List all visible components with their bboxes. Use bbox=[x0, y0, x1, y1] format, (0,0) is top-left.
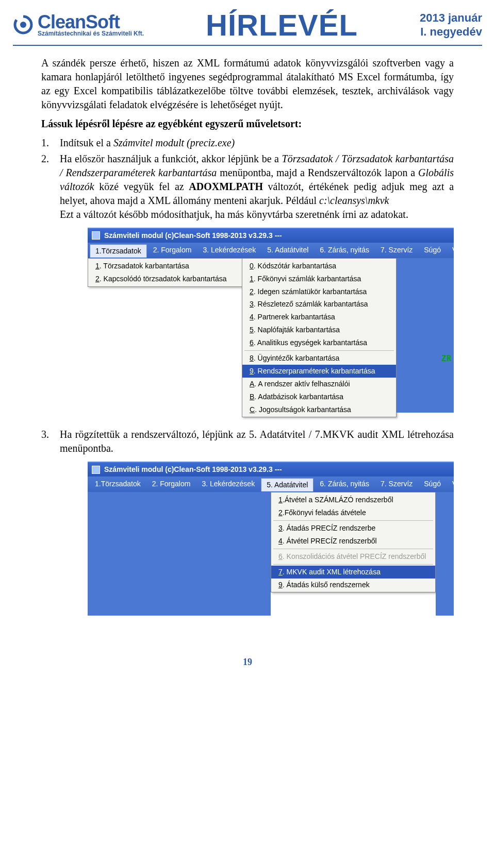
step-1-text: Indítsuk el a bbox=[60, 137, 113, 148]
step-2: 2. Ha először használjuk a funkciót, akk… bbox=[41, 152, 454, 222]
menu-item[interactable]: 7. Szervíz bbox=[375, 244, 418, 257]
dropdown-adatatvitel[interactable]: 1.Átvétel a SZÁMLÁZÓ rendszerből2.Főköny… bbox=[271, 492, 436, 592]
zr-label: ZR bbox=[441, 353, 452, 364]
app-body: ZR bbox=[397, 258, 454, 413]
step-2-num: 2. bbox=[41, 152, 54, 222]
issue-date: 2013 január I. negyedév bbox=[420, 11, 482, 39]
menu-item[interactable]: 8. Ügyintézők karbantartása bbox=[242, 352, 396, 365]
step-3-list: 3. Ha rögzítettük a rendszerváltozó, lép… bbox=[41, 428, 454, 455]
titlebar-1: Számviteli modul (c)Clean-Soft 1998-2013… bbox=[88, 228, 454, 243]
menu-item[interactable]: 1.Törzsadatok bbox=[90, 244, 147, 258]
menu-item[interactable]: B. Adatbázisok karbantartása bbox=[242, 390, 396, 403]
steps-list: 1. Indítsuk el a Számvitel modult (preci… bbox=[41, 136, 454, 222]
menu-item[interactable]: Súgó bbox=[419, 244, 446, 257]
menu-item[interactable]: 2. Idegen számlatükör karbantartása bbox=[242, 285, 396, 298]
menu-item[interactable]: 9. Átadás külső rendszernek bbox=[271, 578, 435, 591]
steps-heading: Lássuk lépésről lépésre az egyébként egy… bbox=[41, 117, 454, 131]
menu-item[interactable]: 0. Kódszótár karbantartása bbox=[242, 260, 396, 273]
menu-item[interactable]: 7. Szervíz bbox=[375, 478, 418, 491]
menu-separator bbox=[244, 350, 394, 351]
app-icon bbox=[92, 231, 100, 240]
dropdown-torzsadatok[interactable]: 1. Törzsadatok karbantartása2. Kapcsolód… bbox=[88, 258, 242, 287]
brand-name: CleanSoft bbox=[38, 13, 144, 31]
menu-item[interactable]: 6. Zárás, nyitás bbox=[315, 244, 374, 257]
menu-item[interactable]: 7. MKVK audit XML létrehozása bbox=[271, 566, 435, 578]
svg-point-1 bbox=[20, 22, 26, 28]
menu-item[interactable]: 1. Törzsadatok karbantartása bbox=[88, 260, 242, 273]
menubar-1[interactable]: 1.Törzsadatok2. Forgalom3. Lekérdezések5… bbox=[88, 243, 454, 258]
menu-item[interactable]: C. Jogosultságok karbantartása bbox=[242, 403, 396, 416]
menu-item[interactable]: 4. Átvétel PRECÍZ rendszerből bbox=[271, 535, 435, 548]
menubar-2[interactable]: 1.Törzsadatok2. Forgalom3. Lekérdezések5… bbox=[88, 476, 454, 492]
menu-item[interactable]: A. A rendszer aktív felhasználói bbox=[242, 378, 396, 390]
header-rule bbox=[13, 45, 482, 46]
step-2-h: c:\cleansys\mkvk bbox=[319, 195, 389, 206]
menu-item[interactable]: 9. Rendszerparaméterek karbantartása bbox=[242, 365, 396, 378]
logo-icon bbox=[13, 14, 34, 35]
date-line-1: 2013 január bbox=[420, 11, 482, 25]
menu-item[interactable]: 3. Részletező számlák karbantartása bbox=[242, 298, 396, 311]
page-number: 19 bbox=[0, 646, 495, 683]
menu-item[interactable]: 1.Átvétel a SZÁMLÁZÓ rendszerből bbox=[271, 493, 435, 506]
menu-item[interactable]: 3. Lekérdezések bbox=[196, 478, 260, 491]
app-icon bbox=[92, 466, 100, 474]
menu-item[interactable]: 6. Analitikus egységek karbantartása bbox=[242, 336, 396, 349]
menu-item[interactable]: 3. Lekérdezések bbox=[197, 244, 261, 257]
menu-item[interactable]: 5. Naplófajták karbantartása bbox=[242, 324, 396, 336]
step-2-i: Ezt a változót később módosíthatjuk, ha … bbox=[60, 209, 408, 220]
app-body-left bbox=[88, 492, 271, 616]
menu-item[interactable]: 4. Partnerek karbantartása bbox=[242, 311, 396, 324]
menu-item[interactable]: 5. Adatátvitel bbox=[261, 478, 314, 491]
page-header: CleanSoft Számítástechnikai és Számvitel… bbox=[0, 0, 495, 45]
menu-item[interactable]: Vége bbox=[447, 478, 474, 491]
menu-item[interactable]: 2.Főkönyvi feladás átvétele bbox=[271, 506, 435, 519]
menu-separator bbox=[273, 564, 433, 565]
menu-item[interactable]: 2. Forgalom bbox=[147, 478, 196, 491]
menu-item[interactable]: 2. Forgalom bbox=[148, 244, 197, 257]
menu-item[interactable]: 3. Átadás PRECÍZ rendszerbe bbox=[271, 522, 435, 535]
step-3: 3. Ha rögzítettük a rendszerváltozó, lép… bbox=[41, 428, 454, 455]
screenshot-1: Számviteli modul (c)Clean-Soft 1998-2013… bbox=[88, 228, 454, 417]
menu-item[interactable]: 6. Zárás, nyitás bbox=[315, 478, 374, 491]
dropdown-torzsadatok-sub[interactable]: 0. Kódszótár karbantartása1. Főkönyvi sz… bbox=[242, 258, 397, 418]
menu-item[interactable]: 1. Főkönyvi számlák karbantartása bbox=[242, 273, 396, 285]
menu-item[interactable]: 5. Adatátvitel bbox=[262, 244, 314, 257]
date-line-2: I. negyedév bbox=[420, 25, 482, 39]
step-3-text: Ha rögzítettük a rendszerváltozó, lépjün… bbox=[60, 428, 454, 455]
intro-paragraph: A szándék persze érhető, hiszen az XML f… bbox=[41, 56, 454, 112]
menu-item[interactable]: 2. Kapcsolódó törzsadatok karbantartása bbox=[88, 273, 242, 285]
content: A szándék persze érhető, hiszen az XML f… bbox=[0, 56, 495, 646]
screenshot-2: Számviteli modul (c)Clean-Soft 1998-2013… bbox=[88, 462, 454, 616]
step-1: 1. Indítsuk el a Számvitel modult (preci… bbox=[41, 136, 454, 150]
menu-item[interactable]: Vége bbox=[447, 244, 474, 257]
window-title-2: Számviteli modul (c)Clean-Soft 1998-2013… bbox=[104, 465, 282, 474]
menu-separator bbox=[273, 549, 433, 549]
step-3-num: 3. bbox=[41, 428, 54, 455]
menu-item: 6. Konszolidációs átvétel PRECÍZ rendsze… bbox=[271, 550, 435, 563]
brand-subtitle: Számítástechnikai és Számviteli Kft. bbox=[38, 31, 144, 37]
banner-title: HÍRLEVÉL bbox=[144, 8, 420, 42]
titlebar-2: Számviteli modul (c)Clean-Soft 1998-2013… bbox=[88, 462, 454, 476]
menu-item[interactable]: Súgó bbox=[419, 478, 446, 491]
menu-separator bbox=[273, 520, 433, 521]
step-2-c: menüpontba, majd a Rendszerváltozók lapo… bbox=[217, 167, 418, 178]
app-body-right bbox=[436, 492, 454, 616]
step-2-a: Ha először használjuk a funkciót, akkor … bbox=[60, 153, 282, 164]
step-1-path: Számvitel modult (preciz.exe) bbox=[113, 137, 235, 148]
menu-item[interactable]: 1.Törzsadatok bbox=[90, 478, 146, 491]
logo: CleanSoft Számítástechnikai és Számvitel… bbox=[13, 13, 144, 37]
step-2-e: közé vegyük fel az bbox=[94, 181, 189, 192]
step-2-f: ADOXMLPATH bbox=[189, 181, 263, 192]
window-title: Számviteli modul (c)Clean-Soft 1998-2013… bbox=[104, 231, 282, 241]
step-1-num: 1. bbox=[41, 136, 54, 150]
